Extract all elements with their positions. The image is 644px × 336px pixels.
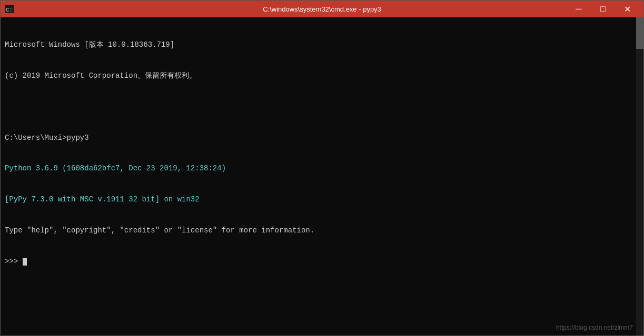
console-line-2: (c) 2019 Microsoft Corporation。保留所有权利。 [5,71,639,82]
console-line-1: Microsoft Windows [版本 10.0.18363.719] [5,40,639,50]
console-line-5: Python 3.6.9 (1608da62bfc7, Dec 23 2019,… [5,164,639,174]
close-button[interactable]: ✕ [615,1,639,17]
console-output: Microsoft Windows [版本 10.0.18363.719] (c… [5,19,639,287]
cursor [23,258,27,266]
console-line-3 [5,102,639,113]
console-line-6: [PyPy 7.3.0 with MSC v.1911 32 bit] on w… [5,195,639,205]
console-body[interactable]: Microsoft Windows [版本 10.0.18363.719] (c… [1,17,643,335]
window-title: C:\windows\system32\cmd.exe - pypy3 [1,5,643,13]
cmd-icon: C: [5,4,14,14]
console-line-7: Type "help", "copyright", "credits" or "… [5,226,639,236]
svg-text:C:: C: [6,7,13,13]
title-bar: C: C:\windows\system32\cmd.exe - pypy3 ─… [1,1,643,17]
maximize-button[interactable]: □ [591,1,615,17]
minimize-button[interactable]: ─ [567,1,591,17]
scrollbar[interactable] [636,17,643,335]
console-line-4: C:\Users\Muxi>pypy3 [5,133,639,144]
window-controls: ─ □ ✕ [567,1,639,17]
console-prompt: >>> [5,257,639,267]
scrollbar-thumb[interactable] [636,17,643,49]
cmd-window: C: C:\windows\system32\cmd.exe - pypy3 ─… [0,0,644,336]
watermark: https://blog.csdn.net/zlmm7 [556,324,633,331]
